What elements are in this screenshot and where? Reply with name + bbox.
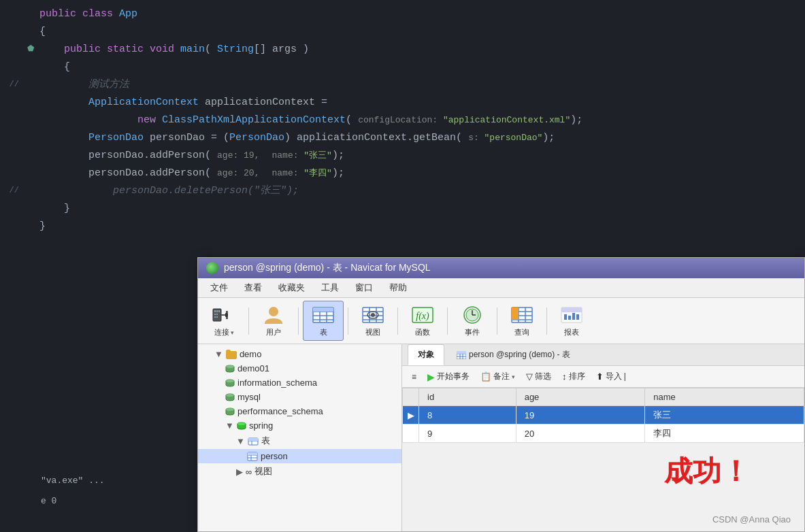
connect-icon (212, 304, 236, 326)
toolbar-function-btn[interactable]: f(x) 函数 (402, 301, 443, 340)
tree-item-spring[interactable]: ▼ spring (198, 418, 401, 433)
toolbar-sep-2 (298, 307, 299, 335)
toolbar-sep-4 (397, 307, 398, 335)
toolbar-event-btn[interactable]: 事件 (452, 301, 493, 340)
import-btn[interactable]: ⬆ 导入 | (592, 369, 630, 384)
tree-item-demo01[interactable]: demo01 (198, 361, 401, 376)
menu-window[interactable]: 窗口 (348, 280, 380, 296)
start-transaction-btn[interactable]: ▶ 开始事务 (423, 369, 474, 384)
view-icon (361, 304, 385, 326)
user-icon (261, 304, 286, 326)
toolbar-view-btn[interactable]: 视图 (352, 301, 393, 340)
tab-person-label: person @spring (demo) - 表 (469, 349, 570, 361)
tree-db-icon (225, 393, 235, 402)
code-line: personDao.addPerson( age: 20, name: "李四"… (0, 165, 805, 182)
svg-rect-5 (216, 314, 218, 315)
tree-item-label: spring (249, 420, 273, 431)
svg-rect-7 (218, 310, 220, 312)
tree-item-label: 表 (261, 435, 270, 447)
table-row[interactable]: 9 20 李四 (403, 425, 804, 443)
tree-expand-arrow-2: ▼ (225, 420, 234, 431)
svg-rect-3 (214, 316, 216, 318)
sort-btn[interactable]: ↕ 排序 (558, 369, 589, 384)
toolbar-sep-6 (497, 307, 497, 335)
svg-rect-1 (214, 310, 216, 312)
toolbar-sep-5 (447, 307, 448, 335)
backup-btn[interactable]: 📋 备注 ▾ (476, 369, 519, 384)
toolbar-report-btn[interactable]: 报表 (551, 301, 592, 340)
code-line: { (0, 59, 805, 76)
col-name[interactable]: name (645, 388, 804, 406)
toolbar-table-btn[interactable]: 表 (303, 301, 344, 341)
menu-tools[interactable]: 工具 (314, 280, 346, 296)
code-line: } (0, 218, 805, 235)
svg-rect-64 (248, 438, 258, 441)
code-line: public class App (0, 5, 805, 23)
svg-point-54 (226, 380, 234, 382)
svg-rect-50 (576, 314, 579, 320)
bottom-hint: "va.exe" ... (0, 471, 146, 491)
navicat-main-content: ▼ demo demo01 (198, 344, 804, 531)
tree-item-person[interactable]: person (198, 449, 401, 463)
tree-item-info-schema[interactable]: information_schema (198, 376, 401, 390)
csdn-watermark: CSDN @Anna Qiao (712, 514, 791, 525)
cell-name[interactable]: 李四 (645, 425, 804, 443)
svg-rect-42 (512, 307, 519, 312)
tree-item-label: mysql (237, 392, 261, 402)
report-icon (559, 304, 584, 326)
cell-age[interactable]: 19 (516, 406, 645, 425)
tree-db-icon (225, 378, 235, 388)
tree-item-performance[interactable]: performance_schema (198, 404, 401, 418)
toolbar-sep-7 (546, 307, 547, 335)
navicat-window: person @spring (demo) - 表 - Navicat for … (197, 257, 805, 532)
col-id[interactable]: id (419, 388, 516, 406)
tree-item-mysql[interactable]: mysql (198, 390, 401, 404)
table-menu-btn[interactable]: ≡ (408, 370, 421, 384)
toolbar-sep-1 (248, 307, 249, 335)
svg-rect-69 (248, 452, 257, 455)
svg-point-29 (371, 313, 375, 317)
cell-name[interactable]: 张三 (645, 406, 804, 425)
success-text: 成功！ (664, 452, 750, 491)
tree-table-folder-icon (248, 436, 259, 446)
tree-item-view-folder[interactable]: ▶ ∞ 视图 (198, 463, 401, 480)
tree-expand-arrow-4: ▶ (236, 467, 243, 477)
svg-point-14 (269, 307, 278, 316)
table-toolbar: ≡ ▶ 开始事务 📋 备注 ▾ ▽ 筛选 ↕ 排序 (402, 366, 804, 388)
tab-objects[interactable]: 对象 (408, 344, 444, 365)
tree-expand-arrow-3: ▼ (236, 436, 245, 446)
toolbar-sep-3 (348, 307, 348, 335)
code-line: ApplicationContext applicationContext = (0, 94, 805, 112)
code-line: new ClassPathXmlApplicationContext( conf… (0, 112, 805, 129)
menu-view[interactable]: 查看 (237, 280, 269, 296)
row-indicator: ▶ (403, 406, 419, 425)
navicat-title: person @spring (demo) - 表 - Navicat for … (224, 262, 431, 274)
cell-id[interactable]: 8 (419, 406, 516, 425)
table-row[interactable]: ▶ 8 19 张三 (403, 406, 804, 425)
svg-text:f(x): f(x) (416, 311, 429, 322)
tree-item-label: demo01 (237, 363, 269, 373)
line-col: e 0 (0, 492, 97, 512)
menu-file[interactable]: 文件 (203, 280, 235, 296)
cell-id[interactable]: 9 (419, 425, 516, 443)
tree-item-table-folder[interactable]: ▼ 表 (198, 433, 401, 449)
table-icon (311, 304, 335, 326)
code-area: public class App { ⬟ public static void … (0, 0, 805, 241)
tab-person-table[interactable]: person @spring (demo) - 表 (447, 345, 580, 365)
code-line: // personDao.deletePerson("张三"); (0, 182, 805, 200)
tree-item-demo[interactable]: ▼ demo (198, 347, 401, 361)
navicat-right-panel: 对象 person @spring (demo) - 表 (402, 344, 804, 531)
toolbar-connect-btn[interactable]: 连接 ▾ (203, 301, 244, 340)
menu-favorites[interactable]: 收藏夹 (272, 280, 312, 296)
toolbar-user-btn[interactable]: 用户 (253, 301, 294, 340)
navicat-toolbar: 连接 ▾ 用户 (198, 298, 804, 344)
event-icon (460, 304, 484, 326)
svg-rect-46 (561, 307, 582, 312)
col-age[interactable]: age (516, 388, 645, 406)
cell-age[interactable]: 20 (516, 425, 645, 443)
svg-rect-44 (512, 316, 519, 320)
toolbar-query-btn[interactable]: 查询 (502, 301, 542, 340)
menu-help[interactable]: 帮助 (382, 280, 414, 296)
filter-btn[interactable]: ▽ 筛选 (522, 369, 555, 384)
table-tab-icon (457, 351, 466, 359)
